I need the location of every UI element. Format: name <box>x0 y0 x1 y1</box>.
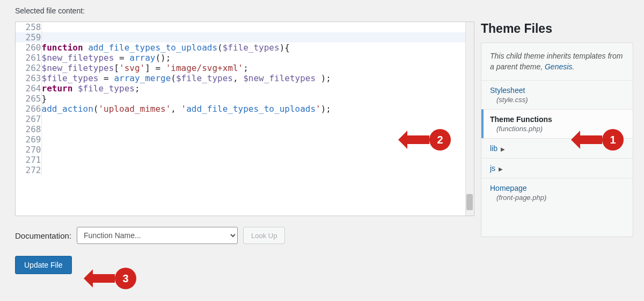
line-number: 266 <box>16 104 41 114</box>
theme-files-heading: Theme Files <box>481 22 633 36</box>
line-number: 271 <box>16 155 41 165</box>
line-number: 265 <box>16 94 41 104</box>
code-line[interactable]: 260function add_file_types_to_uploads($f… <box>16 42 474 53</box>
line-number: 263 <box>16 73 41 83</box>
code-content[interactable]: function add_file_types_to_uploads($file… <box>41 42 474 53</box>
code-line[interactable]: 269 <box>16 134 474 145</box>
theme-inherit-note: This child theme inherits templates from… <box>481 43 633 80</box>
code-content[interactable]: $new_filetypes = array(); <box>41 53 474 63</box>
code-line[interactable]: 268 <box>16 124 474 134</box>
code-content[interactable]: $new_filetypes['svg'] = 'image/svg+xml'; <box>41 63 474 73</box>
line-number: 269 <box>16 134 41 145</box>
update-file-button[interactable]: Update File <box>15 256 72 274</box>
code-content[interactable]: $file_types = array_merge($file_types, $… <box>41 73 474 83</box>
code-line[interactable]: 271 <box>16 155 474 165</box>
line-number: 258 <box>16 22 41 32</box>
file-item-sub: (functions.php) <box>496 125 624 133</box>
code-line[interactable]: 262$new_filetypes['svg'] = 'image/svg+xm… <box>16 63 474 73</box>
theme-folder-item[interactable]: js <box>481 158 633 178</box>
selected-file-label: Selected file content: <box>15 6 633 15</box>
code-content[interactable]: add_action('upload_mimes', 'add_file_typ… <box>41 104 474 114</box>
file-item-label: Theme Functions <box>490 115 552 124</box>
code-content[interactable] <box>41 155 474 165</box>
code-line[interactable]: 267 <box>16 114 474 124</box>
code-content[interactable] <box>41 134 474 145</box>
line-number: 270 <box>16 145 41 155</box>
code-content[interactable] <box>41 32 474 42</box>
documentation-select[interactable]: Function Name... <box>77 227 238 244</box>
code-line[interactable]: 272 <box>16 165 474 175</box>
parent-theme-link[interactable]: Genesis <box>545 62 572 71</box>
look-up-button[interactable]: Look Up <box>243 227 285 244</box>
file-item-label: Stylesheet <box>490 86 525 95</box>
code-content[interactable] <box>41 165 474 175</box>
theme-file-item[interactable]: Homepage(front-page.php) <box>481 178 633 207</box>
code-content[interactable] <box>41 145 474 155</box>
line-number: 259 <box>16 32 41 42</box>
code-editor[interactable]: 258259260function add_file_types_to_uplo… <box>15 22 474 216</box>
code-line[interactable]: 259 <box>16 32 474 42</box>
editor-scrollbar[interactable] <box>465 22 474 216</box>
file-item-label: js <box>490 164 495 173</box>
line-number: 272 <box>16 165 41 175</box>
code-content[interactable] <box>41 22 474 32</box>
theme-file-item[interactable]: Stylesheet(style.css) <box>481 80 633 109</box>
code-line[interactable]: 261$new_filetypes = array(); <box>16 53 474 63</box>
line-number: 268 <box>16 124 41 134</box>
theme-file-item[interactable]: Theme Functions(functions.php) <box>481 109 633 138</box>
line-number: 267 <box>16 114 41 124</box>
code-line[interactable]: 266add_action('upload_mimes', 'add_file_… <box>16 104 474 114</box>
file-item-sub: (front-page.php) <box>496 194 624 202</box>
line-number: 264 <box>16 83 41 94</box>
code-content[interactable] <box>41 114 474 124</box>
line-number: 260 <box>16 42 41 53</box>
code-line[interactable]: 263$file_types = array_merge($file_types… <box>16 73 474 83</box>
documentation-label: Documentation: <box>15 231 71 240</box>
code-lines: 258259260function add_file_types_to_uplo… <box>16 22 474 175</box>
theme-folder-item[interactable]: lib <box>481 138 633 158</box>
code-content[interactable]: return $file_types; <box>41 83 474 94</box>
file-item-label: Homepage <box>490 184 527 192</box>
code-line[interactable]: 265} <box>16 94 474 104</box>
code-line[interactable]: 270 <box>16 145 474 155</box>
file-item-label: lib <box>490 144 497 153</box>
editor-scrollbar-thumb[interactable] <box>466 194 473 210</box>
code-content[interactable] <box>41 124 474 134</box>
theme-files-panel: This child theme inherits templates from… <box>481 42 633 237</box>
code-line[interactable]: 258 <box>16 22 474 32</box>
code-line[interactable]: 264return $file_types; <box>16 83 474 94</box>
file-item-sub: (style.css) <box>496 96 624 104</box>
editor-and-sidebar-row: 258259260function add_file_types_to_uplo… <box>15 22 633 274</box>
line-number: 262 <box>16 63 41 73</box>
code-content[interactable]: } <box>41 94 474 104</box>
line-number: 261 <box>16 53 41 63</box>
